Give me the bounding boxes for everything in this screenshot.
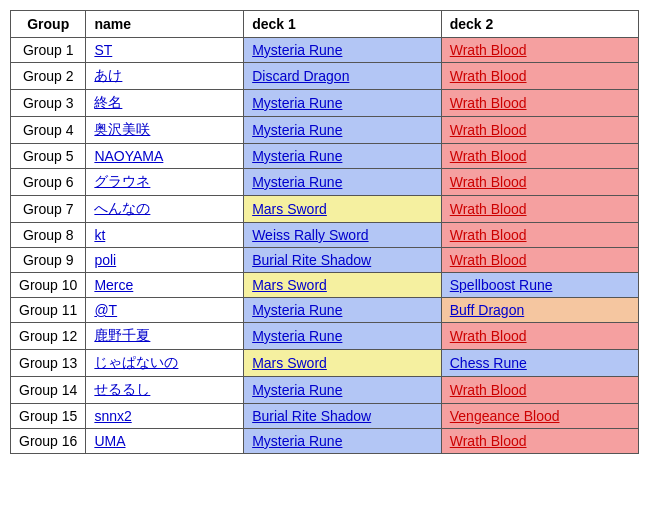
deck2-link[interactable]: Wrath Blood xyxy=(450,252,527,268)
cell-deck2[interactable]: Wrath Blood xyxy=(441,144,638,169)
cell-deck2[interactable]: Wrath Blood xyxy=(441,429,638,454)
deck1-link[interactable]: Mysteria Rune xyxy=(252,382,342,398)
name-link[interactable]: Merce xyxy=(94,277,133,293)
cell-deck2[interactable]: Buff Dragon xyxy=(441,298,638,323)
deck1-link[interactable]: Mysteria Rune xyxy=(252,42,342,58)
name-link[interactable]: snnx2 xyxy=(94,408,131,424)
cell-name[interactable]: へんなの xyxy=(86,196,244,223)
cell-deck2[interactable]: Wrath Blood xyxy=(441,196,638,223)
deck1-link[interactable]: Discard Dragon xyxy=(252,68,349,84)
deck2-link[interactable]: Wrath Blood xyxy=(450,433,527,449)
cell-deck1[interactable]: Weiss Rally Sword xyxy=(244,223,442,248)
deck1-link[interactable]: Mysteria Rune xyxy=(252,328,342,344)
cell-deck2[interactable]: Wrath Blood xyxy=(441,169,638,196)
cell-deck1[interactable]: Mysteria Rune xyxy=(244,90,442,117)
deck2-link[interactable]: Buff Dragon xyxy=(450,302,524,318)
cell-deck1[interactable]: Mysteria Rune xyxy=(244,169,442,196)
cell-deck2[interactable]: Wrath Blood xyxy=(441,223,638,248)
deck1-link[interactable]: Burial Rite Shadow xyxy=(252,408,371,424)
deck1-link[interactable]: Mysteria Rune xyxy=(252,302,342,318)
cell-name[interactable]: 終名 xyxy=(86,90,244,117)
cell-name[interactable]: @T xyxy=(86,298,244,323)
name-link[interactable]: 終名 xyxy=(94,94,122,110)
deck1-link[interactable]: Weiss Rally Sword xyxy=(252,227,368,243)
cell-deck2[interactable]: Vengeance Blood xyxy=(441,404,638,429)
cell-deck2[interactable]: Wrath Blood xyxy=(441,117,638,144)
name-link[interactable]: グラウネ xyxy=(94,173,150,189)
cell-deck2[interactable]: Chess Rune xyxy=(441,350,638,377)
name-link[interactable]: UMA xyxy=(94,433,125,449)
name-link[interactable]: kt xyxy=(94,227,105,243)
cell-name[interactable]: ST xyxy=(86,38,244,63)
cell-deck1[interactable]: Mysteria Rune xyxy=(244,429,442,454)
deck2-link[interactable]: Wrath Blood xyxy=(450,227,527,243)
deck1-link[interactable]: Mysteria Rune xyxy=(252,148,342,164)
cell-deck1[interactable]: Burial Rite Shadow xyxy=(244,404,442,429)
cell-name[interactable]: NAOYAMA xyxy=(86,144,244,169)
cell-deck1[interactable]: Mysteria Rune xyxy=(244,117,442,144)
name-link[interactable]: じゃぱないの xyxy=(94,354,178,370)
cell-name[interactable]: 鹿野千夏 xyxy=(86,323,244,350)
deck1-link[interactable]: Mysteria Rune xyxy=(252,95,342,111)
cell-name[interactable]: Merce xyxy=(86,273,244,298)
header-deck1: deck 1 xyxy=(244,11,442,38)
cell-deck1[interactable]: Mysteria Rune xyxy=(244,144,442,169)
deck2-link[interactable]: Spellboost Rune xyxy=(450,277,553,293)
cell-deck1[interactable]: Mars Sword xyxy=(244,196,442,223)
cell-deck1[interactable]: Mysteria Rune xyxy=(244,38,442,63)
cell-deck2[interactable]: Wrath Blood xyxy=(441,377,638,404)
cell-deck2[interactable]: Spellboost Rune xyxy=(441,273,638,298)
cell-name[interactable]: 奥沢美咲 xyxy=(86,117,244,144)
name-link[interactable]: あけ xyxy=(94,67,122,83)
cell-name[interactable]: グラウネ xyxy=(86,169,244,196)
header-group: Group xyxy=(11,11,86,38)
cell-name[interactable]: snnx2 xyxy=(86,404,244,429)
cell-deck2[interactable]: Wrath Blood xyxy=(441,90,638,117)
cell-deck2[interactable]: Wrath Blood xyxy=(441,38,638,63)
name-link[interactable]: 鹿野千夏 xyxy=(94,327,150,343)
deck2-link[interactable]: Wrath Blood xyxy=(450,382,527,398)
cell-deck1[interactable]: Mysteria Rune xyxy=(244,377,442,404)
deck1-link[interactable]: Mars Sword xyxy=(252,355,327,371)
cell-deck1[interactable]: Mysteria Rune xyxy=(244,323,442,350)
deck2-link[interactable]: Wrath Blood xyxy=(450,174,527,190)
name-link[interactable]: NAOYAMA xyxy=(94,148,163,164)
deck1-link[interactable]: Mysteria Rune xyxy=(252,174,342,190)
deck1-link[interactable]: Mars Sword xyxy=(252,277,327,293)
cell-name[interactable]: せるるし xyxy=(86,377,244,404)
cell-deck2[interactable]: Wrath Blood xyxy=(441,248,638,273)
deck2-link[interactable]: Wrath Blood xyxy=(450,201,527,217)
deck2-link[interactable]: Wrath Blood xyxy=(450,148,527,164)
tournament-table: Group name deck 1 deck 2 Group 1STMyster… xyxy=(10,10,639,454)
name-link[interactable]: 奥沢美咲 xyxy=(94,121,150,137)
cell-name[interactable]: じゃぱないの xyxy=(86,350,244,377)
cell-deck1[interactable]: Mysteria Rune xyxy=(244,298,442,323)
name-link[interactable]: へんなの xyxy=(94,200,150,216)
deck2-link[interactable]: Vengeance Blood xyxy=(450,408,560,424)
table-row: Group 12鹿野千夏Mysteria RuneWrath Blood xyxy=(11,323,639,350)
deck2-link[interactable]: Wrath Blood xyxy=(450,42,527,58)
deck2-link[interactable]: Chess Rune xyxy=(450,355,527,371)
cell-deck1[interactable]: Mars Sword xyxy=(244,350,442,377)
name-link[interactable]: せるるし xyxy=(94,381,150,397)
cell-deck2[interactable]: Wrath Blood xyxy=(441,323,638,350)
cell-name[interactable]: kt xyxy=(86,223,244,248)
name-link[interactable]: @T xyxy=(94,302,117,318)
deck2-link[interactable]: Wrath Blood xyxy=(450,95,527,111)
cell-deck1[interactable]: Mars Sword xyxy=(244,273,442,298)
deck1-link[interactable]: Mysteria Rune xyxy=(252,433,342,449)
deck1-link[interactable]: Mysteria Rune xyxy=(252,122,342,138)
cell-deck2[interactable]: Wrath Blood xyxy=(441,63,638,90)
deck1-link[interactable]: Burial Rite Shadow xyxy=(252,252,371,268)
cell-name[interactable]: poli xyxy=(86,248,244,273)
cell-deck1[interactable]: Discard Dragon xyxy=(244,63,442,90)
cell-name[interactable]: UMA xyxy=(86,429,244,454)
deck2-link[interactable]: Wrath Blood xyxy=(450,122,527,138)
cell-deck1[interactable]: Burial Rite Shadow xyxy=(244,248,442,273)
deck2-link[interactable]: Wrath Blood xyxy=(450,68,527,84)
deck1-link[interactable]: Mars Sword xyxy=(252,201,327,217)
name-link[interactable]: poli xyxy=(94,252,116,268)
name-link[interactable]: ST xyxy=(94,42,112,58)
cell-name[interactable]: あけ xyxy=(86,63,244,90)
deck2-link[interactable]: Wrath Blood xyxy=(450,328,527,344)
